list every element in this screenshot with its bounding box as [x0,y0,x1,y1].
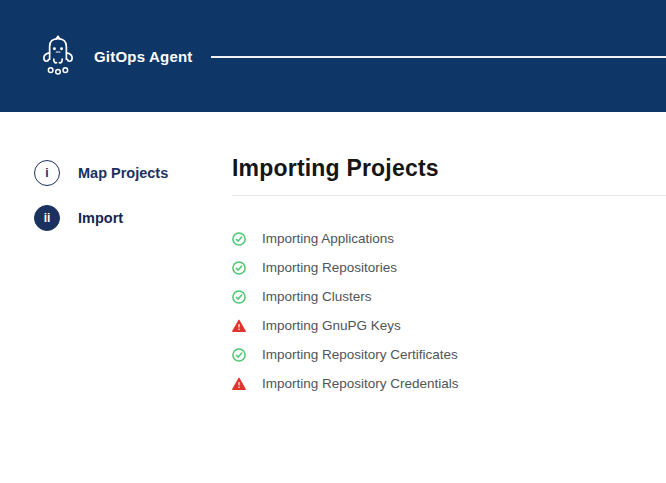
status-row-repositories: Importing Repositories [232,253,666,282]
step-1-indicator: i [34,160,60,186]
page-title: Importing Projects [232,154,666,182]
success-circle-check-icon [232,232,246,246]
status-label: Importing Repository Certificates [262,347,458,362]
import-status-list: Importing Applications Importing Reposit… [232,224,666,398]
step-2-label: Import [78,210,123,226]
app-title: GitOps Agent [94,48,193,65]
wizard-steps-sidebar: i Map Projects ii Import [0,112,232,398]
status-row-repository-certificates: Importing Repository Certificates [232,340,666,369]
title-divider [232,195,666,196]
step-map-projects[interactable]: i Map Projects [34,160,232,186]
header-divider-line [211,56,666,58]
status-label: Importing Repositories [262,260,397,275]
success-circle-check-icon [232,261,246,275]
status-row-applications: Importing Applications [232,224,666,253]
status-label: Importing Clusters [262,289,372,304]
step-2-indicator: ii [34,205,60,231]
step-1-label: Map Projects [78,165,168,181]
app-header: GitOps Agent [0,0,666,112]
success-circle-check-icon [232,348,246,362]
error-warning-triangle-icon [232,319,246,333]
step-import[interactable]: ii Import [34,205,232,231]
status-row-gnupg-keys: Importing GnuPG Keys [232,311,666,340]
success-circle-check-icon [232,290,246,304]
status-label: Importing Repository Credentials [262,376,459,391]
page-body: i Map Projects ii Import Importing Proje… [0,112,666,398]
error-warning-triangle-icon [232,377,246,391]
status-row-repository-credentials: Importing Repository Credentials [232,369,666,398]
status-label: Importing GnuPG Keys [262,318,401,333]
status-row-clusters: Importing Clusters [232,282,666,311]
gitops-agent-logo-icon [38,34,78,78]
status-label: Importing Applications [262,231,394,246]
import-status-panel: Importing Projects Importing Application… [232,112,666,398]
